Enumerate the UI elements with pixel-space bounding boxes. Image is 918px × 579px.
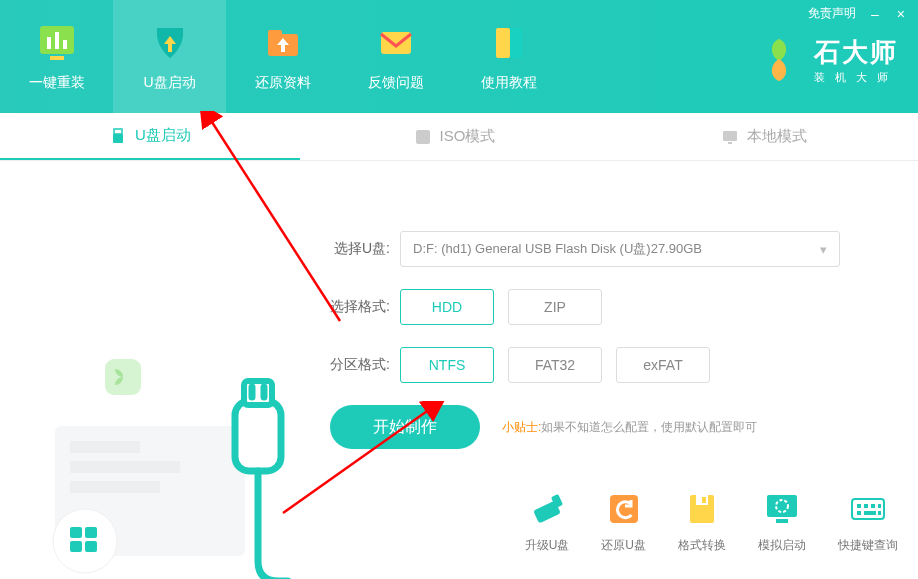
tip-label: 小贴士:: [502, 420, 541, 434]
svg-rect-6: [268, 30, 282, 38]
partition-exfat-button[interactable]: exFAT: [616, 347, 710, 383]
nav-reinstall[interactable]: 一键重装: [0, 0, 113, 113]
svg-rect-10: [114, 129, 122, 134]
svg-rect-1: [47, 37, 51, 49]
format-hdd-button[interactable]: HDD: [400, 289, 494, 325]
close-button[interactable]: ×: [894, 6, 908, 22]
tool-label: 格式转换: [678, 537, 726, 554]
brand-subtitle: 装机大师: [814, 70, 898, 85]
tool-label: 还原U盘: [601, 537, 646, 554]
tool-restore-usb[interactable]: 还原U盘: [601, 489, 646, 554]
restore-icon: [604, 489, 644, 529]
subtab-local[interactable]: 本地模式: [609, 113, 918, 160]
svg-rect-25: [235, 401, 281, 471]
shield-icon: [149, 22, 191, 64]
svg-rect-23: [70, 541, 82, 552]
tool-label: 模拟启动: [758, 537, 806, 554]
bottom-tools: 升级U盘 还原U盘 格式转换 模拟启动 快捷键查询: [525, 489, 898, 554]
partition-ntfs-button[interactable]: NTFS: [400, 347, 494, 383]
usb-illustration: [30, 341, 300, 579]
nav-restore[interactable]: 还原资料: [226, 0, 339, 113]
tool-hotkey-query[interactable]: 快捷键查询: [838, 489, 898, 554]
header: 一键重装 U盘启动 还原资料 反馈问题 使用教程 免责声: [0, 0, 918, 113]
tool-label: 快捷键查询: [838, 537, 898, 554]
nav-label: 一键重装: [29, 74, 85, 92]
tool-format-convert[interactable]: 格式转换: [678, 489, 726, 554]
chart-icon: [36, 22, 78, 64]
sub-tabs: U盘启动 ISO模式 本地模式: [0, 113, 918, 161]
format-zip-button[interactable]: ZIP: [508, 289, 602, 325]
svg-rect-35: [767, 495, 797, 517]
svg-rect-24: [85, 541, 97, 552]
tip-body: 如果不知道怎么配置，使用默认配置即可: [541, 420, 757, 434]
folder-up-icon: [262, 22, 304, 64]
svg-rect-4: [50, 56, 64, 60]
monitor-icon: [721, 128, 739, 146]
nav-feedback[interactable]: 反馈问题: [339, 0, 452, 113]
svg-rect-38: [852, 499, 884, 519]
svg-rect-21: [70, 527, 82, 538]
svg-rect-19: [105, 359, 141, 395]
svg-rect-13: [723, 131, 737, 141]
book-icon: [488, 22, 530, 64]
svg-rect-17: [70, 461, 180, 473]
tool-simulate-boot[interactable]: 模拟启动: [758, 489, 806, 554]
svg-rect-40: [864, 504, 868, 508]
iso-icon: [414, 128, 432, 146]
subtab-label: U盘启动: [135, 126, 191, 145]
monitor-loading-icon: [762, 489, 802, 529]
disclaimer-link[interactable]: 免责声明: [808, 5, 856, 22]
svg-rect-12: [416, 130, 430, 144]
nav-usb-boot[interactable]: U盘启动: [113, 0, 226, 113]
top-nav: 一键重装 U盘启动 还原资料 反馈问题 使用教程: [0, 0, 565, 113]
nav-label: U盘启动: [143, 74, 195, 92]
tool-upgrade-usb[interactable]: 升级U盘: [525, 489, 570, 554]
tip-text: 小贴士:如果不知道怎么配置，使用默认配置即可: [502, 419, 757, 436]
svg-rect-8: [496, 28, 510, 58]
brand-logo-icon: [754, 35, 804, 85]
select-usb-row: 选择U盘: D:F: (hd1) General USB Flash Disk …: [320, 231, 880, 267]
partition-label: 分区格式:: [320, 356, 390, 374]
start-make-button[interactable]: 开始制作: [330, 405, 480, 449]
svg-rect-45: [878, 511, 881, 515]
usb-select[interactable]: D:F: (hd1) General USB Flash Disk (U盘)27…: [400, 231, 840, 267]
svg-point-20: [53, 509, 117, 573]
brand-title: 石大师: [814, 35, 898, 70]
svg-rect-14: [728, 142, 732, 144]
nav-label: 使用教程: [481, 74, 537, 92]
format-label: 选择格式:: [320, 298, 390, 316]
mail-icon: [375, 22, 417, 64]
svg-rect-44: [864, 511, 876, 515]
svg-rect-43: [857, 511, 861, 515]
svg-rect-26: [244, 381, 272, 405]
svg-rect-34: [702, 497, 706, 503]
subtab-label: ISO模式: [440, 127, 496, 146]
minimize-button[interactable]: –: [868, 6, 882, 22]
subtab-usb-boot[interactable]: U盘启动: [0, 113, 300, 160]
disk-icon: [682, 489, 722, 529]
subtab-iso[interactable]: ISO模式: [300, 113, 609, 160]
keyboard-icon: [848, 489, 888, 529]
window-controls: 免责声明 – ×: [808, 5, 908, 22]
usb-select-value: D:F: (hd1) General USB Flash Disk (U盘)27…: [413, 240, 702, 258]
usb-icon: [109, 127, 127, 145]
svg-rect-2: [55, 32, 59, 49]
subtab-label: 本地模式: [747, 127, 807, 146]
brand: 石大师 装机大师: [754, 35, 898, 85]
select-usb-label: 选择U盘:: [320, 240, 390, 258]
format-row: 选择格式: HDD ZIP: [320, 289, 880, 325]
partition-fat32-button[interactable]: FAT32: [508, 347, 602, 383]
svg-rect-16: [70, 441, 140, 453]
svg-rect-3: [63, 40, 67, 49]
svg-rect-18: [70, 481, 160, 493]
usb-up-icon: [527, 489, 567, 529]
main-area: 选择U盘: D:F: (hd1) General USB Flash Disk …: [0, 161, 918, 579]
nav-tutorial[interactable]: 使用教程: [452, 0, 565, 113]
svg-rect-11: [113, 134, 123, 143]
partition-row: 分区格式: NTFS FAT32 exFAT: [320, 347, 880, 383]
svg-rect-39: [857, 504, 861, 508]
nav-label: 还原资料: [255, 74, 311, 92]
svg-rect-37: [776, 519, 788, 523]
svg-rect-42: [878, 504, 881, 508]
tool-label: 升级U盘: [525, 537, 570, 554]
